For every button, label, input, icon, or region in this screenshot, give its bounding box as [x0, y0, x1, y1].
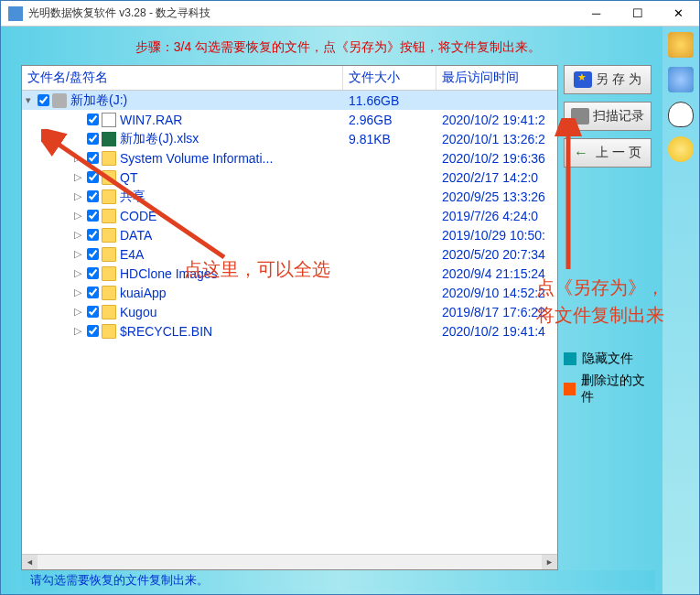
row-checkbox[interactable] [87, 248, 99, 260]
file-icon [102, 113, 116, 127]
row-date: 2020/10/1 13:26:2 [436, 132, 557, 146]
toolbar-icon-1[interactable] [668, 32, 694, 58]
tree-row[interactable]: ▷ System Volume Informati... 2020/10/2 1… [22, 148, 557, 168]
row-checkbox[interactable] [87, 325, 99, 337]
row-name: System Volume Informati... [120, 151, 343, 166]
row-date: 2019/7/26 4:24:0 [436, 209, 557, 223]
expander-icon[interactable]: ▷ [71, 287, 84, 298]
expander-icon[interactable]: ▷ [71, 171, 84, 183]
row-name: HDClone Images [120, 266, 343, 281]
tree-row[interactable]: ▷ CODE 2019/7/26 4:24:0 [22, 206, 557, 225]
tree-row[interactable]: WIN7.RAR 2.96GB 2020/10/2 19:41:2 [22, 110, 557, 129]
row-name: Kugou [120, 305, 343, 319]
row-name: QT [120, 170, 343, 185]
row-checkbox[interactable] [87, 152, 99, 164]
tree-row[interactable]: ▷ kuaiApp 2020/9/10 14:52:2 [22, 283, 557, 302]
tree-root-row[interactable]: ▾ 新加卷(J:) 11.66GB [22, 91, 557, 110]
expander-icon[interactable]: ▷ [71, 229, 84, 241]
row-size: 9.81KB [343, 132, 436, 146]
row-size: 11.66GB [343, 93, 436, 108]
folder-icon [102, 151, 116, 166]
save-as-label: 另 存 为 [596, 71, 641, 88]
folder-icon [102, 189, 116, 204]
arrow-left-icon [574, 145, 592, 161]
legend-hidden-swatch [564, 352, 576, 365]
row-name: 共享 [120, 189, 343, 205]
titlebar: 光明数据恢复软件 v3.28 - 数之寻科技 ─ ☐ ✕ [1, 1, 699, 27]
tree-row[interactable]: ▷ 共享 2020/9/25 13:3:26 [22, 187, 557, 206]
statusbar: 请勾选需要恢复的文件复制出来。 [21, 570, 655, 590]
row-checkbox[interactable] [87, 171, 99, 183]
tree-row[interactable]: ▷ HDClone Images 2020/9/4 21:15:24 [22, 264, 557, 283]
save-as-button[interactable]: 另 存 为 [564, 65, 652, 94]
row-date: 2020/10/2 19:41:2 [436, 113, 557, 127]
app-icon [8, 6, 23, 21]
row-date: 2020/10/2 19:41:4 [436, 324, 557, 339]
tree-row[interactable]: ▷ E4A 2020/5/20 20:7:34 [22, 244, 557, 264]
expander-icon[interactable]: ▷ [71, 152, 84, 164]
row-size: 2.96GB [343, 113, 436, 127]
expander-icon[interactable]: ▷ [71, 210, 84, 222]
row-date: 2020/9/4 21:15:24 [436, 266, 557, 281]
maximize-button[interactable]: ☐ [617, 1, 658, 27]
legend-deleted-label: 删除过的文件 [581, 373, 655, 406]
qq-icon[interactable] [668, 102, 694, 127]
column-name[interactable]: 文件名/盘符名 [22, 66, 343, 90]
row-name: CODE [120, 209, 343, 223]
row-name: DATA [120, 228, 343, 243]
folder-icon [102, 170, 116, 185]
expander-icon[interactable]: ▾ [22, 94, 35, 106]
row-name: kuaiApp [120, 286, 343, 300]
expander-icon[interactable]: ▷ [71, 267, 84, 279]
root-checkbox[interactable] [38, 94, 49, 106]
window-title: 光明数据恢复软件 v3.28 - 数之寻科技 [28, 5, 576, 21]
help-icon[interactable] [668, 136, 694, 162]
step-instruction: 步骤：3/4 勾选需要恢复的文件，点《另存为》按钮，将文件复制出来。 [21, 34, 655, 65]
grid-body: ▾ 新加卷(J:) 11.66GB WIN7.RAR 2.96GB 2020/1… [22, 91, 557, 554]
folder-icon [102, 228, 116, 243]
scroll-right-button[interactable]: ► [542, 555, 557, 570]
folder-icon [102, 247, 116, 262]
row-checkbox[interactable] [87, 306, 99, 318]
expander-icon[interactable]: ▷ [71, 325, 84, 337]
tree-row[interactable]: ▷ $RECYCLE.BIN 2020/10/2 19:41:4 [22, 321, 557, 341]
scan-log-button[interactable]: 扫描记录 [564, 102, 652, 131]
row-checkbox[interactable] [87, 287, 99, 298]
row-date: 2020/2/17 14:2:0 [436, 170, 557, 185]
camera-icon [571, 108, 589, 124]
tree-row[interactable]: ▷ QT 2020/2/17 14:2:0 [22, 168, 557, 187]
row-date: 2019/10/29 10:50: [436, 228, 557, 243]
legend-deleted-swatch [564, 383, 576, 395]
xlsx-icon [102, 132, 116, 146]
row-name: WIN7.RAR [120, 113, 343, 127]
row-date: 2020/9/10 14:52:2 [436, 286, 557, 300]
row-name: 新加卷(J).xlsx [120, 131, 343, 147]
row-checkbox[interactable] [87, 114, 99, 125]
row-checkbox[interactable] [87, 210, 99, 222]
folder-icon [102, 324, 116, 339]
folder-icon [102, 209, 116, 223]
tree-row[interactable]: 新加卷(J).xlsx 9.81KB 2020/10/1 13:26:2 [22, 129, 557, 148]
tree-row[interactable]: ▷ Kugou 2019/8/17 17:6:22 [22, 302, 557, 321]
row-checkbox[interactable] [87, 133, 99, 145]
row-checkbox[interactable] [87, 190, 99, 202]
grid-header: 文件名/盘符名 文件大小 最后访问时间 [22, 66, 557, 91]
expander-icon[interactable]: ▷ [71, 248, 84, 260]
row-date: 2020/10/2 19:6:36 [436, 151, 557, 166]
scroll-left-button[interactable]: ◄ [22, 555, 38, 570]
horizontal-scrollbar[interactable]: ◄ ► [22, 554, 557, 569]
tree-row[interactable]: ▷ DATA 2019/10/29 10:50: [22, 225, 557, 244]
close-button[interactable]: ✕ [658, 1, 699, 27]
settings-icon[interactable] [668, 67, 694, 92]
row-date: 2020/9/25 13:3:26 [436, 189, 557, 204]
row-checkbox[interactable] [87, 267, 99, 279]
minimize-button[interactable]: ─ [576, 1, 617, 27]
column-date[interactable]: 最后访问时间 [436, 66, 557, 90]
prev-page-button[interactable]: 上 一 页 [564, 138, 652, 168]
column-size[interactable]: 文件大小 [343, 66, 436, 90]
row-checkbox[interactable] [87, 229, 99, 241]
right-toolbar [662, 27, 699, 594]
scan-log-label: 扫描记录 [593, 108, 644, 124]
expander-icon[interactable]: ▷ [71, 306, 84, 318]
expander-icon[interactable]: ▷ [71, 190, 84, 202]
